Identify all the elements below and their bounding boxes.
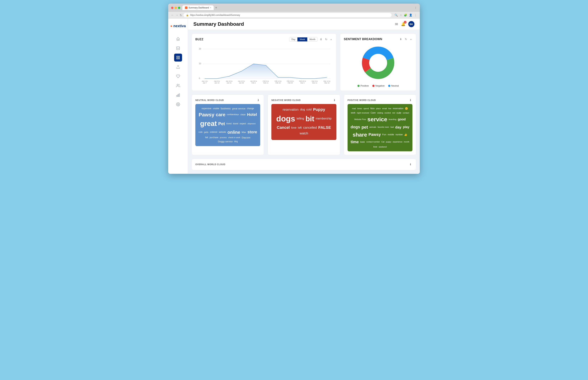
month-button[interactable]: Month: [307, 38, 318, 41]
logo-name: nextiva: [173, 24, 186, 28]
svg-rect-1: [176, 56, 177, 57]
minimize-window-button[interactable]: [174, 7, 177, 9]
top-row: BUZZ Day Week Month ⬇ ↻ ×: [191, 34, 416, 91]
wc-word: membership: [316, 116, 331, 121]
refresh-button[interactable]: ↻: [180, 14, 182, 17]
chrome-menu-icon[interactable]: ⋮: [414, 14, 417, 17]
sentiment-header: SENTIMENT BREAKDOWN ⬇ ↻ ×: [344, 37, 413, 41]
mail-icon[interactable]: ✉: [395, 22, 398, 26]
wc-word: Cat: [381, 140, 384, 143]
url-bar[interactable]: 🔒 https://nextiva.simplify360.com/dashbo…: [184, 13, 392, 17]
maximize-window-button[interactable]: [178, 7, 180, 9]
sidebar-item-inbox[interactable]: [174, 44, 182, 52]
sentiment-close-icon[interactable]: ×: [409, 38, 413, 41]
sidebar-item-grid[interactable]: [174, 54, 182, 61]
wc-word: excited: [385, 112, 391, 114]
window-controls: [171, 7, 180, 9]
wc-word: expect: [240, 122, 246, 125]
wc-word: animals: [369, 126, 376, 129]
back-button[interactable]: ←: [171, 14, 174, 17]
extension-icon[interactable]: 🧩: [404, 14, 407, 17]
overall-download-icon[interactable]: ⬇: [409, 162, 413, 166]
svg-rect-8: [179, 94, 179, 97]
sidebar-item-people[interactable]: [174, 82, 182, 90]
wc-word: Daycare: [242, 136, 250, 139]
negative-wc-title: NEGATIVE WORD CLOUD: [271, 99, 301, 101]
notification-badge: 0: [404, 21, 406, 24]
neutral-legend: Neutral: [388, 84, 399, 87]
negative-download-icon[interactable]: ⬇: [333, 98, 336, 102]
wc-word: Pawsy: [199, 111, 214, 118]
wc-word: red: [392, 112, 395, 114]
sidebar-item-settings[interactable]: [174, 100, 182, 108]
search-icon[interactable]: 🔍: [395, 14, 398, 17]
svg-text:Mar 12 to: Mar 12 to: [324, 80, 330, 82]
wc-word: website: [219, 131, 226, 134]
sidebar-item-chart[interactable]: [174, 91, 182, 99]
sidebar-item-heart[interactable]: [174, 72, 182, 80]
wc-word: bit: [306, 114, 314, 124]
wc-word: process: [220, 136, 227, 139]
wc-word: expensive: [202, 107, 211, 110]
neutral-label: Neutral: [391, 84, 399, 87]
close-window-button[interactable]: [171, 7, 173, 9]
wc-word: left: [298, 126, 302, 130]
negative-legend: Negative: [372, 84, 385, 87]
tab-title: Summary Dashboard: [189, 6, 209, 9]
browser-menu-icon[interactable]: ⋮: [415, 6, 417, 9]
week-button[interactable]: Week: [297, 38, 307, 41]
wc-word: day: [395, 125, 401, 130]
wc-word: contact: [403, 112, 409, 114]
forward-button[interactable]: →: [175, 14, 178, 17]
wc-word: change: [247, 107, 254, 110]
sidebar-item-upload[interactable]: [174, 63, 182, 71]
donut-chart-container: [344, 45, 413, 81]
svg-text:Mar 11: Mar 11: [312, 82, 317, 84]
overall-wc-header: OVERALL WORLD CLOUD ⬇: [195, 162, 413, 166]
new-tab-button[interactable]: +: [215, 6, 217, 10]
notification-icon[interactable]: 🔔 0: [401, 22, 405, 26]
svg-text:Feb 19 to: Feb 19 to: [287, 80, 294, 82]
overall-wc-title: OVERALL WORLD CLOUD: [195, 163, 225, 166]
sidebar-item-home[interactable]: [174, 35, 182, 43]
wc-word: 👍: [404, 133, 407, 136]
wc-word: boarding: [389, 118, 397, 121]
bookmark-icon[interactable]: ☆: [400, 14, 402, 17]
wc-word: felt: [205, 136, 208, 139]
positive-label: Positive: [361, 84, 369, 87]
close-icon[interactable]: ×: [329, 38, 333, 41]
neutral-words: expensive unable business great service …: [198, 107, 257, 143]
day-button[interactable]: Day: [289, 38, 297, 41]
negative-wc-body: reservation dog cold Puppy dogs telling …: [271, 104, 336, 140]
buzz-actions: Day Week Month ⬇ ↻ ×: [289, 37, 333, 41]
user-profile-icon[interactable]: 👤: [409, 14, 413, 17]
svg-rect-3: [176, 58, 177, 59]
wc-word: place: [376, 107, 380, 110]
wc-word: time: [351, 139, 359, 145]
svg-text:Feb 5 to: Feb 5 to: [263, 80, 269, 82]
negative-label: Negative: [375, 84, 385, 87]
buzz-chart-svg: 20 10 0: [195, 44, 333, 84]
wc-word: Cancel: [277, 125, 290, 131]
wc-word: good: [398, 117, 406, 122]
wc-word: work: [351, 111, 355, 114]
neutral-wc-body: expensive unable business great service …: [195, 104, 260, 146]
neutral-download-icon[interactable]: ⬇: [257, 98, 260, 102]
url-text: https://nextiva.simplify360.com/dashboar…: [190, 14, 240, 16]
sentiment-download-icon[interactable]: ⬇: [399, 37, 403, 41]
wc-word: service: [367, 115, 387, 123]
svg-text:10: 10: [199, 62, 201, 65]
buzz-card: BUZZ Day Week Month ⬇ ↻ ×: [191, 34, 336, 91]
logo-dot: ●: [170, 24, 172, 28]
wc-word: Nice: [370, 107, 375, 110]
active-tab[interactable]: Summary Dashboard ×: [182, 5, 214, 10]
sentiment-refresh-icon[interactable]: ↻: [404, 37, 408, 41]
wc-word: FALSE: [318, 125, 331, 131]
download-icon[interactable]: ⬇: [319, 38, 323, 41]
tab-close-button[interactable]: ×: [210, 6, 211, 9]
user-avatar[interactable]: BK: [408, 21, 415, 27]
refresh-icon[interactable]: ↻: [324, 38, 328, 41]
app-container: ● nextiva: [168, 19, 420, 174]
positive-download-icon[interactable]: ⬇: [409, 98, 413, 102]
wc-word: night received: [357, 112, 369, 114]
